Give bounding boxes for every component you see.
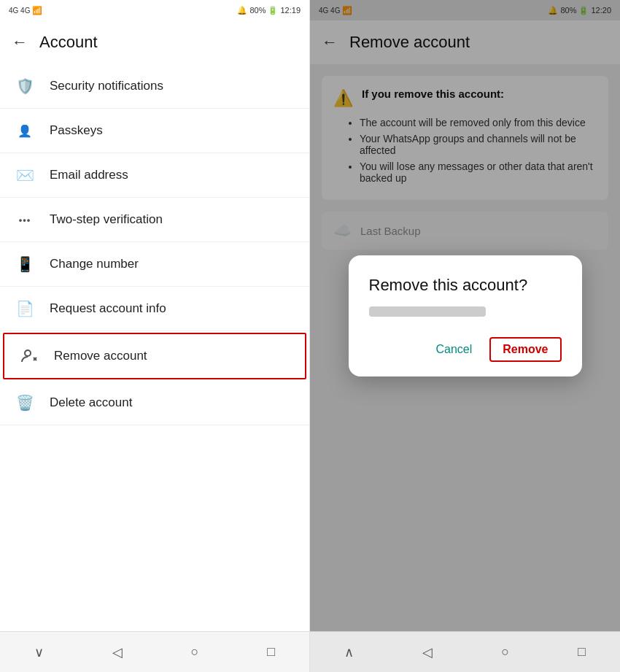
menu-label-change-number: Change number [50, 257, 139, 271]
menu-item-request-info[interactable]: 📄 Request account info [0, 287, 309, 331]
right-nav-square[interactable]: □ [578, 644, 586, 660]
svg-point-0 [25, 350, 31, 356]
nav-chevron-down[interactable]: ∨ [34, 644, 44, 660]
left-bottom-nav: ∨ ◁ ○ □ [0, 631, 309, 672]
trash-icon: 🗑️ [15, 393, 35, 413]
nav-home-btn[interactable]: ○ [191, 644, 199, 660]
battery-icon: 🔋 [268, 6, 278, 15]
left-panel: 4G 4G 📶 🔔 80% 🔋 12:19 ← Account 🛡️ Secur… [0, 0, 310, 672]
menu-label-email-address: Email address [50, 168, 128, 182]
remove-account-dialog: Remove this account? Cancel Remove [349, 255, 582, 376]
left-menu-list: 🛡️ Security notifications 👤 Passkeys ✉️ … [0, 64, 309, 631]
shield-icon: 🛡️ [15, 76, 35, 96]
dialog-cancel-button[interactable]: Cancel [435, 337, 472, 362]
time-label: 12:19 [280, 6, 301, 15]
dialog-remove-button[interactable]: Remove [489, 337, 561, 362]
battery-label: 80% [249, 6, 266, 15]
menu-label-security-notifications: Security notifications [50, 79, 163, 93]
left-status-right: 🔔 80% 🔋 12:19 [237, 6, 301, 15]
menu-label-delete-account: Delete account [50, 395, 132, 410]
menu-item-remove-account[interactable]: Remove account [3, 333, 306, 379]
email-icon: ✉️ [15, 165, 35, 185]
menu-item-security-notifications[interactable]: 🛡️ Security notifications [0, 64, 309, 109]
menu-item-two-step[interactable]: ••• Two-step verification [0, 198, 309, 242]
dialog-actions: Cancel Remove [369, 337, 562, 362]
right-bottom-nav: ∧ ◁ ○ □ [310, 631, 620, 672]
menu-item-passkeys[interactable]: 👤 Passkeys [0, 109, 309, 153]
right-nav-chevron[interactable]: ∧ [344, 644, 354, 660]
wifi-icon: 📶 [32, 6, 42, 15]
left-status-left: 4G 4G 📶 [9, 6, 42, 15]
left-page-title: Account [39, 33, 98, 52]
menu-item-change-number[interactable]: 📱 Change number [0, 242, 309, 287]
menu-label-remove-account: Remove account [54, 349, 147, 363]
document-icon: 📄 [15, 298, 35, 319]
menu-label-passkeys: Passkeys [50, 123, 103, 138]
dialog-phone-placeholder [369, 306, 486, 317]
right-nav-home[interactable]: ○ [501, 644, 509, 660]
dialog-overlay: Remove this account? Cancel Remove [310, 0, 620, 631]
menu-item-email-address[interactable]: ✉️ Email address [0, 153, 309, 198]
two-step-icon: ••• [15, 209, 35, 230]
signal-icon: 4G 4G [9, 7, 30, 15]
right-panel: 4G 4G 📶 🔔 80% 🔋 12:20 ← Remove account ⚠… [310, 0, 620, 672]
nav-back-btn[interactable]: ◁ [112, 644, 123, 660]
dialog-title: Remove this account? [369, 276, 562, 295]
right-nav-back[interactable]: ◁ [422, 644, 433, 660]
left-status-bar: 4G 4G 📶 🔔 80% 🔋 12:19 [0, 0, 309, 20]
passkey-icon: 👤 [15, 120, 35, 141]
nav-square-btn[interactable]: □ [267, 644, 275, 660]
phone-icon: 📱 [15, 254, 35, 274]
left-header: ← Account [0, 20, 309, 64]
menu-label-two-step: Two-step verification [50, 212, 163, 227]
menu-label-request-info: Request account info [50, 301, 166, 316]
remove-account-icon [19, 346, 39, 366]
mute-icon: 🔔 [237, 6, 247, 15]
left-back-button[interactable]: ← [12, 33, 28, 52]
menu-item-delete-account[interactable]: 🗑️ Delete account [0, 381, 309, 425]
